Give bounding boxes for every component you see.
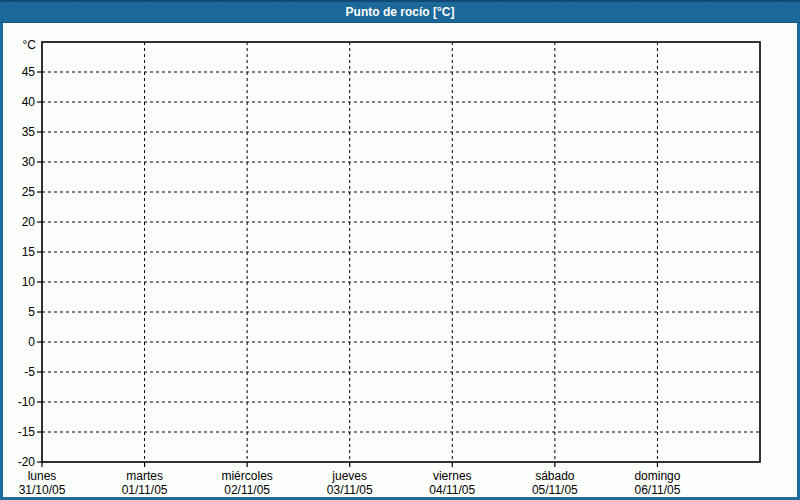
y-axis-label: -10	[18, 395, 36, 409]
x-axis-date-label: 06/11/05	[635, 483, 681, 497]
y-axis-label: -5	[24, 365, 35, 379]
y-axis-label: 20	[22, 215, 36, 229]
y-axis-label: 10	[22, 275, 36, 289]
x-axis-date-label: 05/11/05	[532, 483, 578, 497]
y-axis-label: 40	[22, 95, 36, 109]
y-axis-label: -20	[18, 455, 36, 469]
x-axis-date-label: 01/11/05	[122, 483, 168, 497]
x-axis-date-label: 31/10/05	[19, 483, 66, 497]
y-axis-label: 35	[22, 125, 36, 139]
plot-border	[42, 42, 760, 462]
x-axis-day-label: martes	[126, 469, 163, 483]
x-axis-day-label: jueves	[331, 469, 367, 483]
y-axis-label: 15	[22, 245, 36, 259]
y-axis-label: 30	[22, 155, 36, 169]
y-axis-unit-label: °C	[23, 38, 37, 52]
chart-window: Punto de rocío [°C] 454035302520151050-5…	[0, 0, 800, 500]
y-axis-label: 45	[22, 65, 36, 79]
y-axis-label: 5	[28, 305, 35, 319]
x-axis-day-label: viernes	[433, 469, 472, 483]
plot-area: 454035302520151050-5-10-15-20°Clunes31/1…	[0, 0, 800, 500]
y-axis-label: 25	[22, 185, 36, 199]
x-axis-date-label: 02/11/05	[224, 483, 270, 497]
y-axis-label: 0	[28, 335, 35, 349]
x-axis-day-label: lunes	[28, 469, 57, 483]
x-axis-date-label: 03/11/05	[327, 483, 373, 497]
x-axis-day-label: sábado	[535, 469, 575, 483]
x-axis-day-label: domingo	[634, 469, 680, 483]
y-axis-label: -15	[18, 425, 36, 439]
x-axis-day-label: miércoles	[221, 469, 272, 483]
x-axis-date-label: 04/11/05	[429, 483, 475, 497]
